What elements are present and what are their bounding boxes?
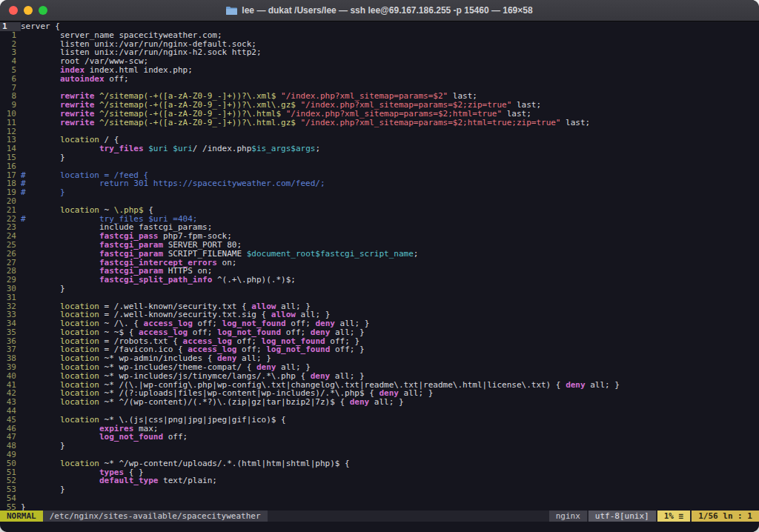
code-line[interactable]: 30 } bbox=[0, 285, 759, 293]
line-number: 55 bbox=[0, 503, 21, 511]
code-text: } bbox=[21, 485, 759, 494]
code-text: fastcgi_split_path_info ^(.+\.php)(.*)$; bbox=[21, 276, 759, 285]
code-text: log_not_found off; bbox=[21, 433, 759, 442]
statusbar-spacer bbox=[268, 511, 548, 522]
line-number: 1 bbox=[0, 31, 21, 40]
command-line[interactable] bbox=[0, 522, 759, 532]
line-number: 10 bbox=[0, 110, 21, 119]
line-number: 5 bbox=[0, 66, 21, 75]
title-bar[interactable]: lee — dukat /Users/lee — ssh lee@69.167.… bbox=[0, 0, 759, 21]
code-line[interactable]: 14 try_files $uri $uri/ /index.php$is_ar… bbox=[0, 144, 759, 153]
encoding-indicator: utf-8[unix] bbox=[589, 511, 656, 522]
line-number: 8 bbox=[0, 92, 21, 101]
filetype-indicator: nginx bbox=[549, 511, 587, 522]
code-text: rewrite ^/sitemap(-+([a-zA-Z0-9_-]+))?\.… bbox=[21, 119, 759, 127]
window-title: lee — dukat /Users/lee — ssh lee@69.167.… bbox=[226, 5, 532, 16]
code-text: # } bbox=[21, 188, 759, 197]
code-text bbox=[21, 494, 759, 503]
terminal-window: lee — dukat /Users/lee — ssh lee@69.167.… bbox=[0, 0, 759, 532]
line-number: 26 bbox=[0, 250, 21, 259]
line-number: 35 bbox=[0, 328, 21, 337]
code-text: } bbox=[21, 285, 759, 293]
code-line[interactable]: 55} bbox=[0, 503, 759, 511]
line-number: 50 bbox=[0, 459, 21, 468]
vim-mode-indicator: NORMAL bbox=[0, 511, 43, 522]
code-text: # return 301 https://spacecityweather.co… bbox=[21, 179, 759, 188]
line-number: 3 bbox=[0, 48, 21, 57]
code-text: } bbox=[21, 442, 759, 450]
code-line[interactable]: 6 autoindex off; bbox=[0, 75, 759, 84]
code-text: } bbox=[21, 153, 759, 162]
code-line[interactable]: 48 } bbox=[0, 442, 759, 450]
code-line[interactable]: 18# return 301 https://spacecityweather.… bbox=[0, 179, 759, 188]
code-line[interactable]: 11 rewrite ^/sitemap(-+([a-zA-Z0-9_-]+))… bbox=[0, 119, 759, 127]
code-line[interactable]: 29 fastcgi_split_path_info ^(.+\.php)(.*… bbox=[0, 276, 759, 285]
line-number: 15 bbox=[0, 153, 21, 162]
traffic-lights bbox=[9, 0, 47, 21]
line-number: 25 bbox=[0, 241, 21, 250]
window-title-text: lee — dukat /Users/lee — ssh lee@69.167.… bbox=[242, 5, 532, 16]
line-number: 16 bbox=[0, 162, 21, 171]
line-number: 4 bbox=[0, 57, 21, 66]
folder-icon bbox=[226, 6, 237, 15]
code-line[interactable]: 19# } bbox=[0, 188, 759, 197]
minimize-button[interactable] bbox=[24, 6, 33, 15]
line-number: 7 bbox=[0, 84, 21, 93]
code-line[interactable]: 53 } bbox=[0, 485, 759, 494]
line-number: 45 bbox=[0, 416, 21, 425]
code-text: try_files $uri $uri/ /index.php$is_args$… bbox=[21, 144, 759, 153]
line-number: 20 bbox=[0, 197, 21, 206]
cursor-line-number: 1 bbox=[0, 22, 21, 31]
code-line[interactable]: 52 default_type text/plain; bbox=[0, 476, 759, 485]
code-area[interactable]: 1server {1 server_name spacecityweather.… bbox=[0, 21, 759, 511]
code-text: default_type text/plain; bbox=[21, 476, 759, 485]
code-text: autoindex off; bbox=[21, 75, 759, 84]
close-button[interactable] bbox=[9, 6, 18, 15]
code-line[interactable]: 54 bbox=[0, 494, 759, 503]
line-number: 11 bbox=[0, 119, 21, 127]
file-path: /etc/nginx/sites-available/spacecityweat… bbox=[43, 511, 268, 522]
code-line[interactable]: 43 location ~* ^/(wp-content)/(.*?)\.(zi… bbox=[0, 398, 759, 407]
line-number: 6 bbox=[0, 75, 21, 84]
line-number: 40 bbox=[0, 372, 21, 381]
code-text bbox=[21, 127, 759, 136]
fullscreen-button[interactable] bbox=[39, 6, 47, 15]
code-line[interactable]: 47 log_not_found off; bbox=[0, 433, 759, 442]
cursor-position-indicator: 1/56 ln : 1 bbox=[692, 511, 759, 522]
line-number: 30 bbox=[0, 285, 21, 293]
code-line[interactable]: 15 } bbox=[0, 153, 759, 162]
code-text: location ~* ^/(wp-content)/(.*?)\.(zip|g… bbox=[21, 398, 759, 407]
code-text: } bbox=[21, 503, 759, 511]
line-number: 21 bbox=[0, 206, 21, 215]
line-number: 31 bbox=[0, 293, 21, 302]
code-text: index index.html index.php; bbox=[21, 66, 759, 75]
scroll-percent-indicator: 1% ≡ bbox=[657, 511, 691, 522]
status-bar: NORMAL /etc/nginx/sites-available/spacec… bbox=[0, 511, 759, 522]
line-number: 2 bbox=[0, 40, 21, 49]
